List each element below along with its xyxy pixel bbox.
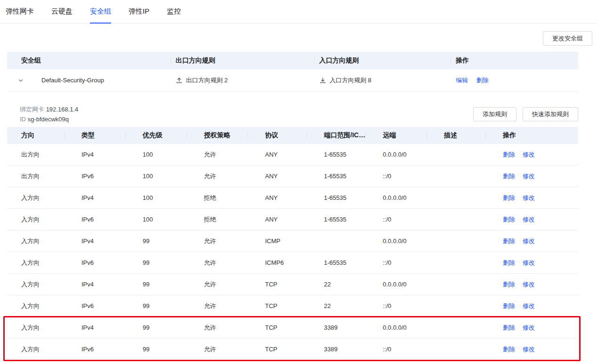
rule-modify-link[interactable]: 修改 <box>523 281 535 288</box>
rule-row: 入方向 IPv4 100 拒绝 ANY 1-65535 0.0.0.0/0 删除… <box>7 187 578 209</box>
rule-operations-cell: 删除 修改 <box>489 172 578 181</box>
rule-delete-link[interactable]: 删除 <box>503 346 515 353</box>
rule-row: 出方向 IPv6 100 允许 ANY 1-65535 ::/0 删除 修改 <box>7 166 578 187</box>
rule-modify-link[interactable]: 修改 <box>523 324 535 331</box>
header-outbound-rules: 出口方向规则 <box>176 56 319 65</box>
header-type: 类型 <box>67 131 129 140</box>
rule-modify-link[interactable]: 修改 <box>523 151 535 158</box>
detail-meta: 绑定网卡 192.168.1.4 ID sg-bfdecwk09q <box>7 104 78 124</box>
rule-modify-link[interactable]: 修改 <box>523 173 535 180</box>
rule-delete-link[interactable]: 删除 <box>503 173 515 180</box>
rule-priority-cell: 99 <box>129 346 190 353</box>
security-group-id-line: ID sg-bfdecwk09q <box>20 114 78 124</box>
rule-type-cell: IPv4 <box>67 194 129 201</box>
rule-remote-cell: 0.0.0.0/0 <box>369 281 430 288</box>
header-direction: 方向 <box>7 131 67 140</box>
rule-protocol-cell: ANY <box>251 151 310 158</box>
change-security-group-button[interactable]: 更改安全组 <box>543 31 592 46</box>
rule-direction-cell: 入方向 <box>7 215 67 224</box>
rule-protocol-cell: TCP <box>251 324 310 331</box>
rule-policy-cell: 允许 <box>190 324 251 332</box>
rule-policy-cell: 允许 <box>190 302 251 310</box>
rule-operations-cell: 删除 修改 <box>489 194 578 202</box>
add-rule-button[interactable]: 添加规则 <box>473 107 516 121</box>
bound-nic-line: 绑定网卡 192.168.1.4 <box>20 104 78 114</box>
tab-cloud-disk[interactable]: 云硬盘 <box>51 0 73 24</box>
rule-row: 入方向 IPv6 99 允许 ICMP6 1-65535 ::/0 删除 修改 <box>7 252 578 274</box>
header-security-group: 安全组 <box>7 56 176 65</box>
rule-operations-cell: 删除 修改 <box>489 150 578 159</box>
rule-operations-cell: 删除 修改 <box>489 237 578 245</box>
rule-modify-link[interactable]: 修改 <box>523 346 535 353</box>
rule-policy-cell: 允许 <box>190 237 251 245</box>
detail-header: 绑定网卡 192.168.1.4 ID sg-bfdecwk09q 添加规则 快… <box>7 104 578 125</box>
rule-direction-cell: 入方向 <box>7 324 67 332</box>
tab-label: 弹性网卡 <box>6 7 34 15</box>
rule-port-range-cell: 22 <box>310 281 369 288</box>
rule-priority-cell: 99 <box>129 324 190 331</box>
rule-delete-link[interactable]: 删除 <box>503 302 515 309</box>
header-port-range: 端口范围/ICM... <box>310 131 369 140</box>
header-operation: 操作 <box>489 131 578 140</box>
chevron-down-icon[interactable] <box>17 77 24 84</box>
rule-delete-link[interactable]: 删除 <box>503 216 515 223</box>
rule-protocol-cell: ANY <box>251 216 310 223</box>
tab-elastic-nic[interactable]: 弹性网卡 <box>6 0 34 24</box>
tab-label: 弹性IP <box>129 7 149 15</box>
rule-modify-link[interactable]: 修改 <box>523 259 535 266</box>
rule-operations-cell: 删除 修改 <box>489 345 578 354</box>
security-group-operations: 编辑 删除 <box>456 76 578 85</box>
bound-nic-label: 绑定网卡 <box>20 106 44 113</box>
rule-priority-cell: 100 <box>129 173 190 180</box>
header-description: 描述 <box>430 131 489 140</box>
header-inbound-rules: 入口方向规则 <box>319 56 456 65</box>
rule-port-range-cell: 3389 <box>310 324 369 331</box>
rule-operations-cell: 删除 修改 <box>489 280 578 289</box>
rule-row: 入方向 IPv6 100 拒绝 ANY 1-65535 ::/0 删除 修改 <box>7 209 578 230</box>
rule-operations-cell: 删除 修改 <box>489 302 578 310</box>
rule-modify-link[interactable]: 修改 <box>523 237 535 245</box>
rule-type-cell: IPv4 <box>67 324 129 331</box>
quick-add-rule-button[interactable]: 快速添加规则 <box>523 107 578 121</box>
rule-delete-link[interactable]: 删除 <box>503 237 515 245</box>
rule-remote-cell: 0.0.0.0/0 <box>369 237 430 245</box>
security-group-id-label: ID <box>20 116 26 123</box>
rule-remote-cell: ::/0 <box>369 346 430 353</box>
rule-priority-cell: 99 <box>129 237 190 245</box>
rule-buttons: 添加规则 快速添加规则 <box>473 107 578 121</box>
header-priority: 优先级 <box>129 131 190 140</box>
rule-delete-link[interactable]: 删除 <box>503 151 515 158</box>
tab-monitoring[interactable]: 监控 <box>167 0 181 24</box>
tab-security-group[interactable]: 安全组 <box>90 0 111 24</box>
bound-nic-value: 192.168.1.4 <box>46 106 79 113</box>
rule-delete-link[interactable]: 删除 <box>503 281 515 288</box>
inbound-arrow-icon <box>319 77 326 84</box>
rule-row: 入方向 IPv4 99 允许 ICMP 0.0.0.0/0 删除 修改 <box>7 230 578 252</box>
rule-operations-cell: 删除 修改 <box>489 324 578 332</box>
rule-delete-link[interactable]: 删除 <box>503 194 515 201</box>
rule-modify-link[interactable]: 修改 <box>523 302 535 309</box>
delete-security-group-link[interactable]: 删除 <box>476 77 489 84</box>
rule-priority-cell: 100 <box>129 194 190 201</box>
rule-port-range-cell: 1-65535 <box>310 194 369 201</box>
rule-modify-link[interactable]: 修改 <box>523 216 535 223</box>
rule-port-range-cell: 3389 <box>310 346 369 353</box>
rule-policy-cell: 允许 <box>190 345 251 354</box>
edit-security-group-link[interactable]: 编辑 <box>456 77 468 84</box>
rule-type-cell: IPv6 <box>67 216 129 223</box>
security-group-page: 弹性网卡 云硬盘 安全组 弹性IP 监控 更改安全组 安全组 出口方向规则 入口… <box>0 0 597 364</box>
rule-direction-cell: 入方向 <box>7 237 67 245</box>
rule-port-range-cell: 1-65535 <box>310 173 369 180</box>
rule-delete-link[interactable]: 删除 <box>503 324 515 331</box>
tab-elastic-ip[interactable]: 弹性IP <box>129 0 149 24</box>
rule-delete-link[interactable]: 删除 <box>503 259 515 266</box>
rule-policy-cell: 允许 <box>190 259 251 267</box>
rule-modify-link[interactable]: 修改 <box>523 194 535 201</box>
rule-direction-cell: 入方向 <box>7 280 67 289</box>
rule-type-cell: IPv6 <box>67 173 129 180</box>
rule-remote-cell: 0.0.0.0/0 <box>369 194 430 201</box>
tab-label: 监控 <box>167 7 181 15</box>
rule-direction-cell: 出方向 <box>7 172 67 181</box>
security-group-name: Default-Security-Group <box>41 77 104 84</box>
rule-type-cell: IPv4 <box>67 237 129 245</box>
